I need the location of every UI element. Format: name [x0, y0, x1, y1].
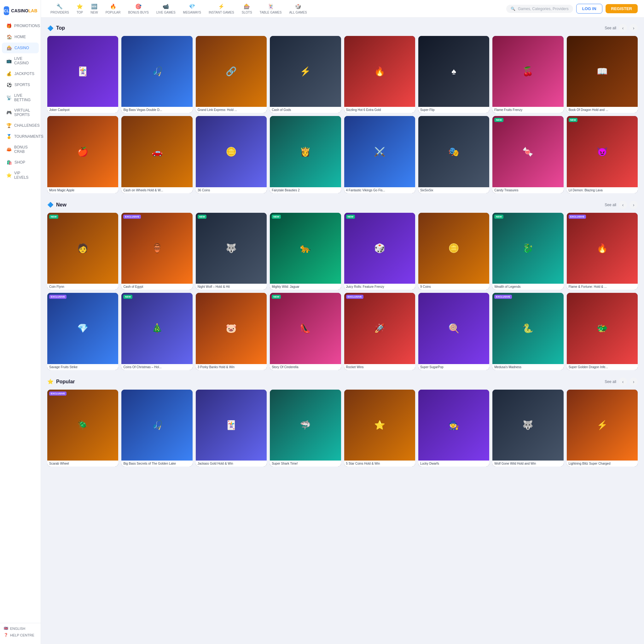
game-card[interactable]: 🦈 Super Shark Time! — [270, 390, 341, 467]
top-see-all-button[interactable]: See all — [605, 26, 616, 30]
game-card[interactable]: ⚡ Lightning Blitz Super Charged — [567, 390, 638, 467]
cat-item-top[interactable]: ⭐ TOP — [73, 2, 86, 16]
cat-item-live-games[interactable]: 📹 LIVE GAMES — [153, 2, 179, 16]
game-card[interactable]: EXCLUSIVE 🪲 Scarab Wheel — [47, 390, 118, 467]
live-casino-icon: 📺 — [6, 58, 12, 63]
game-title: Juicy Rolls: Feature Frenzy — [344, 284, 415, 290]
game-card[interactable]: NEW 🎲 Juicy Rolls: Feature Frenzy — [344, 213, 415, 290]
game-card[interactable]: NEW 🎄 Coins Of Christmas – Hol... — [121, 293, 192, 370]
game-emoji: 🍒 — [522, 66, 533, 77]
game-card[interactable]: NEW 🍬 Candy Treasures — [492, 116, 563, 193]
game-card[interactable]: EXCLUSIVE 🏺 Cash of Egypt — [121, 213, 192, 290]
game-card[interactable]: 🃏 Joker Cashpot — [47, 36, 118, 113]
game-card[interactable]: 🎣 Big Bass Secrets of The Golden Lake — [121, 390, 192, 467]
game-card[interactable]: NEW 🐺 Night Wolf – Hold & Hit — [196, 213, 267, 290]
game-thumbnail: NEW 🎄 — [121, 293, 192, 364]
game-card[interactable]: NEW 😈 Lil Demon: Blazing Lava — [567, 116, 638, 193]
bonus-buys-icon: 🎯 — [135, 3, 142, 9]
cat-item-table-games[interactable]: 🃏 TABLE GAMES — [257, 2, 285, 16]
game-title: Cash of Gods — [270, 107, 341, 113]
login-button[interactable]: LOG IN — [576, 4, 602, 14]
cat-label-providers: PROVIDERS — [50, 11, 69, 14]
search-bar[interactable]: 🔍 Games, Categories, Providers — [506, 5, 573, 13]
sidebar-item-vip-levels[interactable]: ⭐ VIP LEVELS — [2, 168, 39, 183]
new-games-grid: NEW 🧑 Coin Flynn EXCLUSIVE 🏺 Cash of Egy… — [47, 213, 638, 370]
game-thumbnail: 🎣 — [121, 390, 192, 461]
popular-next-button[interactable]: › — [629, 378, 638, 386]
new-prev-button[interactable]: ‹ — [619, 201, 627, 209]
new-see-all-button[interactable]: See all — [605, 203, 616, 207]
popular-see-all-button[interactable]: See all — [605, 380, 616, 384]
sidebar-item-sports[interactable]: ⚽ SPORTS — [2, 79, 39, 90]
game-title: 36 Coins — [196, 187, 267, 193]
top-next-button[interactable]: › — [629, 24, 638, 32]
sidebar-label-virtual-sports: VIRTUAL SPORTS — [14, 108, 34, 117]
game-card[interactable]: EXCLUSIVE 🐍 Medusa's Madness — [492, 293, 563, 370]
cat-item-providers[interactable]: 🔧 PROVIDERS — [47, 2, 72, 16]
game-card[interactable]: 🎭 SixSixSix — [418, 116, 489, 193]
game-card[interactable]: 🚗 Cash on Wheels Hold & W... — [121, 116, 192, 193]
sidebar-item-promotions[interactable]: 🎁 PROMOTIONS — [2, 20, 39, 31]
game-card[interactable]: NEW 👠 Story Of Cinderella — [270, 293, 341, 370]
game-card[interactable]: 🔗 Grand Link Express: Hold ... — [196, 36, 267, 113]
game-thumbnail: NEW 🐉 — [492, 213, 563, 284]
new-badge: NEW — [569, 118, 578, 122]
sidebar-item-home[interactable]: 🏠 HOME — [2, 32, 39, 42]
game-title: Scarab Wheel — [47, 461, 118, 467]
sidebar-item-shop[interactable]: 🛍️ SHOP — [2, 157, 39, 168]
game-card[interactable]: 🍒 Flame Fruits Frenzy — [492, 36, 563, 113]
game-card[interactable]: 👸 Fairytale Beauties 2 — [270, 116, 341, 193]
sidebar-label-promotions: PROMOTIONS — [14, 24, 40, 28]
popular-prev-button[interactable]: ‹ — [619, 378, 627, 386]
game-thumbnail: ⚡ — [270, 36, 341, 107]
game-card[interactable]: ⭐ 5 Star Coins Hold & Win — [344, 390, 415, 467]
sidebar-item-jackpots[interactable]: 💰 JACKPOTS — [2, 68, 39, 79]
game-card[interactable]: ⚡ Cash of Gods — [270, 36, 341, 113]
game-thumbnail: 👸 — [270, 116, 341, 187]
sidebar-item-casino[interactable]: 🎰 CASINO — [2, 43, 39, 53]
help-centre-button[interactable]: ❓ HELP CENTRE — [4, 633, 37, 637]
sidebar-item-tournaments[interactable]: 🥇 TOURNAMENTS — [2, 131, 39, 142]
search-icon: 🔍 — [511, 7, 515, 11]
sidebar-item-bonus-crab[interactable]: 🦀 BONUS CRAB — [2, 142, 39, 157]
game-card[interactable]: 🪙 9 Coins — [418, 213, 489, 290]
cat-item-popular[interactable]: 🔥 POPULAR — [102, 2, 124, 16]
game-card[interactable]: 🐷 3 Porky Banks Hold & Win — [196, 293, 267, 370]
top-prev-button[interactable]: ‹ — [619, 24, 627, 32]
game-card[interactable]: 🎣 Big Bass Vegas Double D... — [121, 36, 192, 113]
game-card[interactable]: 🍭 Super SugarPop — [418, 293, 489, 370]
game-card[interactable]: EXCLUSIVE 💎 Savage Fruits Strike — [47, 293, 118, 370]
game-card[interactable]: ⚔️ 4 Fantastic Vikings Go Fis... — [344, 116, 415, 193]
game-card[interactable]: NEW 🐉 Wealth of Legends — [492, 213, 563, 290]
game-card[interactable]: 🔥 Sizzling Hot 6 Extra Gold — [344, 36, 415, 113]
game-thumbnail: 🦈 — [270, 390, 341, 461]
game-card[interactable]: 🐺 Wolf Gone Wild Hold and Win — [492, 390, 563, 467]
cat-item-megaways[interactable]: 💎 MEGAWAYS — [180, 2, 204, 16]
cat-item-new[interactable]: 🆕 NEW — [87, 2, 101, 16]
game-card[interactable]: 🐲 Super Golden Dragon Infe... — [567, 293, 638, 370]
language-button[interactable]: 🇬🇧 ENGLISH — [4, 626, 37, 630]
game-card[interactable]: ♠️ Super Flip — [418, 36, 489, 113]
game-card[interactable]: 🧙 Lucky Dwarfs — [418, 390, 489, 467]
sidebar-item-challenges[interactable]: 🏆 CHALLENGES — [2, 120, 39, 131]
sidebar-item-live-casino[interactable]: 📺 LIVE CASINO — [2, 54, 39, 68]
game-card[interactable]: EXCLUSIVE 🚀 Rocket Wins — [344, 293, 415, 370]
cat-item-slots[interactable]: 🎰 SLOTS — [239, 2, 255, 16]
sidebar-item-virtual-sports[interactable]: 🎮 VIRTUAL SPORTS — [2, 105, 39, 120]
cat-item-instant-games[interactable]: ⚡ INSTANT GAMES — [206, 2, 237, 16]
sidebar-item-live-betting[interactable]: 📡 LIVE BETTING — [2, 90, 39, 105]
game-card[interactable]: EXCLUSIVE 🔥 Flame & Fortune: Hold & ... — [567, 213, 638, 290]
cat-item-all-games[interactable]: 🎲 ALL GAMES — [286, 2, 310, 16]
new-badge: NEW — [346, 215, 355, 219]
game-card[interactable]: 🍎 More Magic Apple — [47, 116, 118, 193]
cat-item-bonus-buys[interactable]: 🎯 BONUS BUYS — [125, 2, 152, 16]
game-card[interactable]: NEW 🐆 Mighty Wild: Jaguar — [270, 213, 341, 290]
new-next-button[interactable]: › — [629, 201, 638, 209]
game-card[interactable]: NEW 🧑 Coin Flynn — [47, 213, 118, 290]
game-card[interactable]: 📖 Book Of Dragon Hold and ... — [567, 36, 638, 113]
game-emoji: 🦈 — [300, 420, 311, 430]
content-area: 🔷 Top See all ‹ › 🃏 Joker Cashpot 🎣 B — [41, 18, 644, 480]
game-card[interactable]: 🪙 36 Coins — [196, 116, 267, 193]
game-card[interactable]: 🃏 Jackass Gold Hold & Win — [196, 390, 267, 467]
register-button[interactable]: REGISTER — [606, 4, 638, 13]
